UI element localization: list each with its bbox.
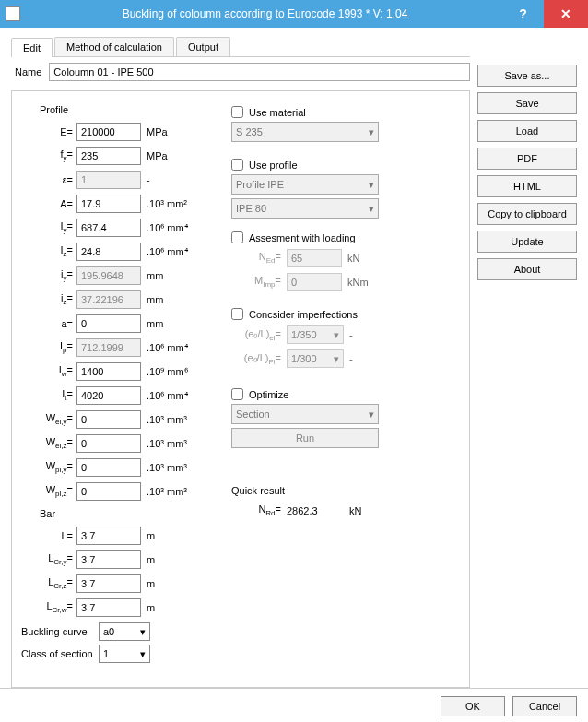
lbl-A: A= (21, 198, 76, 209)
lbl-imperfections: Concsider imperfections (249, 309, 358, 320)
save-as-button[interactable]: Save as... (477, 65, 577, 87)
lbl-assessment: Assesment with loading (249, 232, 356, 243)
tab-output[interactable]: Output (176, 37, 230, 56)
chk-assessment[interactable] (231, 231, 243, 243)
profile-title: Profile (40, 104, 215, 115)
cancel-button[interactable]: Cancel (512, 696, 577, 716)
unit-eps: - (141, 174, 150, 185)
lbl-Lcry: LCr,y= (21, 552, 76, 566)
about-button[interactable]: About (477, 258, 577, 280)
unit-Wplz: .10³ mm³ (141, 486, 187, 497)
unit-a: mm (141, 318, 163, 329)
unit-Iw: .10⁹ mm⁶ (141, 366, 188, 378)
combo-buckling-curve[interactable]: a0▾ (99, 622, 150, 641)
fld-Lcrw[interactable] (76, 598, 141, 617)
pdf-button[interactable]: PDF (477, 148, 577, 170)
lbl-buckling-curve: Buckling curve (21, 626, 99, 637)
unit-L: m (141, 530, 155, 541)
fld-It[interactable] (76, 386, 141, 405)
name-input[interactable] (49, 63, 470, 81)
unit-iy: mm (141, 270, 163, 281)
lbl-class-of-section: Class of section (21, 648, 99, 659)
fld-eps (76, 171, 141, 189)
lbl-a: a= (21, 318, 76, 329)
lbl-NRd: NRd= (250, 503, 287, 517)
fld-A[interactable] (76, 195, 141, 213)
unit-Ip: .10⁶ mm⁴ (141, 342, 188, 354)
fld-Iy[interactable] (76, 219, 141, 237)
load-button[interactable]: Load (477, 120, 577, 142)
run-button[interactable]: Run (231, 428, 379, 448)
unit-Iz: .10⁶ mm⁴ (141, 246, 188, 258)
tab-method[interactable]: Method of calculation (54, 37, 174, 56)
fld-Wply[interactable] (76, 458, 141, 477)
ok-button[interactable]: OK (441, 696, 505, 716)
chevron-down-icon: ▾ (334, 353, 339, 365)
app-icon (6, 6, 20, 21)
fld-Iz[interactable] (76, 243, 141, 261)
combo-e0Lpl[interactable]: 1/300▾ (287, 349, 344, 368)
fld-fy[interactable] (76, 147, 141, 165)
chk-use-material[interactable] (231, 106, 243, 118)
lbl-Wely: Wel,y= (21, 412, 76, 426)
combo-material[interactable]: S 235▾ (231, 122, 379, 142)
unit-Iy: .10⁶ mm⁴ (141, 222, 188, 234)
update-button[interactable]: Update (477, 231, 577, 253)
unit-fy: MPa (141, 150, 168, 161)
combo-profile-size[interactable]: IPE 80▾ (231, 198, 379, 219)
unit-NRd: kN (342, 505, 361, 516)
fld-Welz[interactable] (76, 434, 141, 453)
chevron-down-icon: ▾ (369, 126, 374, 138)
chevron-down-icon: ▾ (140, 626, 146, 638)
chevron-down-icon: ▾ (334, 329, 339, 341)
lbl-optimize: Optimize (249, 389, 288, 400)
fld-Ip (76, 338, 141, 357)
lbl-Wplz: Wpl,z= (21, 484, 76, 498)
chk-optimize[interactable] (231, 388, 243, 400)
lbl-e0Lpl: (e₀/L)Pl= (231, 352, 287, 366)
combo-optimize[interactable]: Section▾ (231, 404, 379, 424)
chk-imperfections[interactable] (231, 308, 243, 320)
chevron-down-icon: ▾ (140, 648, 146, 660)
close-button[interactable]: ✕ (544, 0, 588, 28)
fld-Wplz[interactable] (76, 482, 141, 501)
fld-iy (76, 266, 141, 285)
lbl-fy: fy= (21, 148, 76, 162)
lbl-eps: ε= (21, 174, 76, 185)
html-button[interactable]: HTML (477, 175, 577, 197)
window-title: Buckling of coloumn according to Eurocod… (28, 7, 502, 20)
combo-class-of-section[interactable]: 1▾ (99, 645, 150, 663)
unit-A: .10³ mm² (141, 198, 187, 209)
combo-e0Lel[interactable]: 1/350▾ (287, 325, 344, 344)
copy-clipboard-button[interactable]: Copy to clipboard (477, 203, 577, 225)
fld-E[interactable] (76, 123, 141, 141)
lbl-It: It= (21, 388, 76, 402)
fld-Lcrz[interactable] (76, 574, 141, 593)
unit-NEd: kN (342, 253, 359, 264)
fld-NEd[interactable] (287, 249, 342, 267)
help-button[interactable]: ? (502, 0, 544, 28)
unit-iz: mm (141, 294, 163, 305)
fld-MImp[interactable] (287, 273, 342, 291)
unit-Lcrw: m (141, 602, 155, 613)
unit-Wely: .10³ mm³ (141, 414, 187, 425)
lbl-Iz: Iz= (21, 244, 76, 258)
chk-use-profile[interactable] (231, 159, 243, 171)
fld-a[interactable] (76, 314, 141, 333)
save-button[interactable]: Save (477, 92, 577, 114)
tab-edit[interactable]: Edit (11, 38, 53, 57)
unit-Lcry: m (141, 554, 155, 565)
unit-Lcrz: m (141, 578, 155, 589)
fld-Iw[interactable] (76, 362, 141, 381)
fld-L[interactable] (76, 527, 141, 545)
lbl-Wply: Wpl,y= (21, 460, 76, 474)
name-label: Name (15, 66, 41, 77)
lbl-Ip: Ip= (21, 340, 76, 354)
combo-profile-type[interactable]: Profile IPE▾ (231, 174, 379, 195)
fld-Lcry[interactable] (76, 550, 141, 569)
lbl-e0Lel: (e₀/L)el= (231, 328, 287, 342)
fld-iz (76, 290, 141, 309)
unit-Wply: .10³ mm³ (141, 462, 187, 473)
fld-Wely[interactable] (76, 410, 141, 429)
lbl-Welz: Wel,z= (21, 436, 76, 450)
